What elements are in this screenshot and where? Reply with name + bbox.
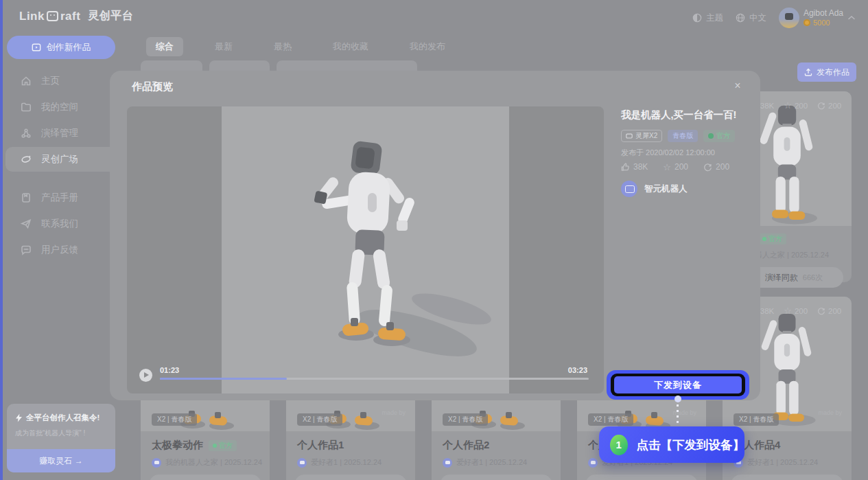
user-name: Agibot Ada xyxy=(804,8,843,18)
robot-thumbnail-image xyxy=(751,308,823,430)
model-badge: X2 | 青春版 xyxy=(152,413,197,426)
sidebar-item-label: 联系我们 xyxy=(41,218,78,230)
tab-my-posts[interactable]: 我的发布 xyxy=(400,37,455,56)
star-icon: ☆ xyxy=(784,306,792,315)
remix-button[interactable]: 演绎同款 666次 xyxy=(440,475,552,480)
step-number-badge: 1 xyxy=(610,435,628,455)
card-title: 太极拳动作 xyxy=(152,439,203,452)
model-tag: 灵犀X2 xyxy=(621,130,662,142)
total-time: 03:23 xyxy=(568,366,587,374)
author-avatar xyxy=(443,458,452,468)
theme-label: 主题 xyxy=(706,12,723,24)
repost-icon xyxy=(817,102,825,110)
upload-icon xyxy=(804,68,812,76)
likes-stat[interactable]: 38K xyxy=(621,162,648,172)
coin-icon xyxy=(804,19,810,26)
language-label: 中文 xyxy=(749,12,766,24)
model-badge: X2 | 青春版 xyxy=(588,413,633,426)
star-icon: ☆ xyxy=(663,163,671,172)
remix-button[interactable]: 演绎同款 666次 xyxy=(731,475,843,480)
remix-button[interactable]: 演绎同款 666次 xyxy=(585,475,698,480)
lightning-icon xyxy=(15,413,23,422)
robot-face-logo-icon xyxy=(47,11,58,21)
sidebar-item-label: 我的空间 xyxy=(41,101,78,113)
theme-toggle[interactable]: 主题 xyxy=(692,12,723,24)
sidebar-item-label: 主页 xyxy=(41,75,60,87)
earn-lingshi-button[interactable]: 赚取灵石 → xyxy=(7,449,115,472)
connector-dot xyxy=(675,396,681,402)
tab-hottest[interactable]: 最热 xyxy=(264,37,301,56)
chevron-up-icon xyxy=(847,15,856,21)
shares-stat: 200 xyxy=(817,101,841,110)
share-nodes-icon xyxy=(21,128,32,139)
card-author: 我的机器人之家 | 2025.12.24 xyxy=(152,457,259,468)
promo-subtitle: 成为首批“机器人导演” ! xyxy=(15,428,107,438)
current-time: 01:23 xyxy=(160,366,179,374)
work-author[interactable]: 智元机器人 xyxy=(621,181,688,197)
modal-title: 作品预览 xyxy=(132,80,173,93)
tab-newest[interactable]: 最新 xyxy=(205,37,242,56)
shares-stat[interactable]: 200 xyxy=(703,162,729,172)
tab-comprehensive[interactable]: 综合 xyxy=(146,37,183,56)
video-player: 01:23 03:23 xyxy=(127,106,604,393)
stars-stat[interactable]: ☆ 200 xyxy=(663,162,688,172)
sort-tabs: 综合 最新 最热 我的收藏 我的发布 xyxy=(146,37,455,56)
video-frame xyxy=(222,106,509,393)
stars-stat: ☆ 200 xyxy=(784,306,808,315)
repost-icon xyxy=(817,307,825,315)
work-title: 我是机器人,买一台省一百! xyxy=(621,108,751,122)
shares-stat: 200 xyxy=(817,306,841,315)
thumb-up-icon xyxy=(621,163,630,172)
work-preview-modal: 作品预览 × xyxy=(110,71,760,400)
play-button[interactable] xyxy=(139,369,152,382)
author-avatar xyxy=(621,181,637,197)
model-badge: X2 | 青春版 xyxy=(734,413,779,426)
card-author: 爱好者1 | 2025.12.24 xyxy=(734,457,841,468)
user-info: Agibot Ada 5000 xyxy=(804,8,843,27)
official-badge: 官方 xyxy=(758,233,786,244)
stars-stat: ☆ 200 xyxy=(784,101,808,110)
tour-tooltip: 1 点击【下发到设备】 xyxy=(599,426,744,463)
promo-title-row: 全平台创作人召集令! xyxy=(15,413,107,423)
tab-my-favorites[interactable]: 我的收藏 xyxy=(323,37,378,56)
home-icon xyxy=(21,76,32,87)
robot-video-image xyxy=(222,106,509,393)
theme-half-circle-icon xyxy=(692,13,702,23)
publish-date: 发布于 2020/02/02 12:00:00 xyxy=(621,148,715,158)
card-title: 个人作品2 xyxy=(443,439,489,452)
close-icon[interactable]: × xyxy=(731,79,744,93)
publish-work-button[interactable]: 发布作品 xyxy=(797,62,856,82)
made-by-watermark: made by xyxy=(818,409,842,416)
progress-bar[interactable] xyxy=(160,378,589,380)
create-media-icon xyxy=(32,43,41,52)
sidebar-item-label: 灵创广场 xyxy=(41,153,78,165)
book-icon xyxy=(21,192,32,203)
logo-text-link: Link xyxy=(19,10,45,23)
work-tags: 灵犀X2 青春版 官方 xyxy=(621,130,735,142)
repost-icon xyxy=(703,163,712,172)
model-badge: X2 | 青春版 xyxy=(297,413,342,426)
language-switcher[interactable]: 中文 xyxy=(736,12,766,24)
create-new-work-button[interactable]: 创作新作品 xyxy=(7,36,115,59)
remix-button[interactable]: 演绎同款 666次 xyxy=(149,475,261,480)
globe-icon xyxy=(736,13,745,23)
publish-work-label: 发布作品 xyxy=(817,67,849,78)
official-badge: 官方 xyxy=(209,440,237,451)
logo-text-raft: raft xyxy=(60,10,80,23)
chat-feedback-icon xyxy=(21,244,32,255)
remix-button[interactable]: 演绎同款 666次 xyxy=(294,475,407,480)
user-menu[interactable]: Agibot Ada 5000 xyxy=(779,8,856,28)
author-avatar xyxy=(152,458,161,468)
work-stats: 38K ☆ 200 200 xyxy=(621,162,729,172)
folder-icon xyxy=(21,102,32,113)
app-screen: Linkraft 灵创平台 主题 中文 Agibot Ada 5000 xyxy=(0,0,868,480)
model-badge: X2 | 青春版 xyxy=(443,413,488,426)
card-author: 爱好者1 | 2025.12.24 xyxy=(297,457,404,468)
sidebar-item-label: 产品手册 xyxy=(41,192,78,204)
screen-icon xyxy=(626,133,633,139)
user-avatar xyxy=(779,8,799,28)
progress-fill xyxy=(160,378,287,380)
card-author: 爱好者1 | 2025.12.24 xyxy=(443,457,550,468)
send-to-device-button[interactable]: 下发到设备 xyxy=(614,376,742,393)
create-new-work-label: 创作新作品 xyxy=(47,41,91,54)
